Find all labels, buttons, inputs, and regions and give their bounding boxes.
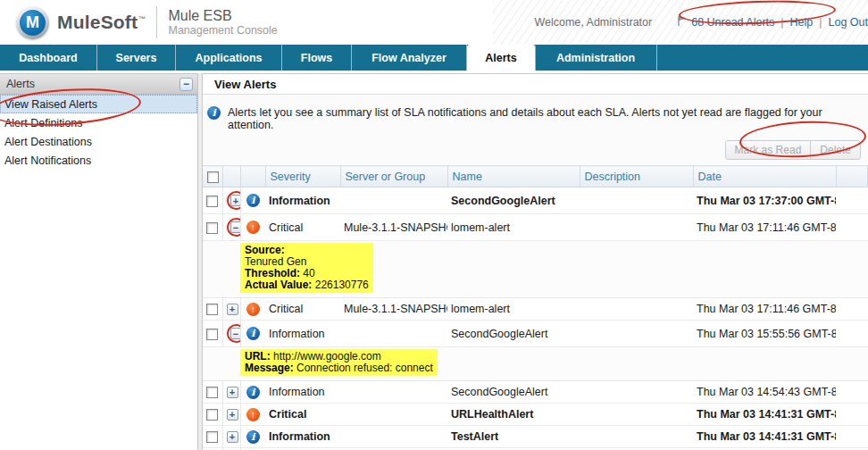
row-checkbox-cell [203, 321, 222, 347]
logout-link[interactable]: Log Out [829, 16, 868, 29]
critical-icon: ↑ [246, 303, 260, 316]
tab-flow-analyzer[interactable]: Flow Analyzer [352, 45, 467, 71]
expand-row-button[interactable]: + [227, 304, 238, 315]
tab-bar: DashboardServersApplicationsFlowsFlow An… [0, 45, 868, 71]
unread-alerts-link[interactable]: 68 Unread Alerts [691, 16, 774, 29]
information-icon: i [246, 386, 260, 399]
severity-icon-cell: i [240, 381, 265, 404]
row-expand-cell: − [222, 321, 240, 347]
collapse-panel-button[interactable]: − [179, 78, 193, 91]
flag-icon [677, 15, 687, 29]
row-checkbox-cell [203, 426, 222, 448]
annotation-circle-expand-button: + [227, 191, 241, 210]
row-checkbox[interactable] [206, 222, 218, 234]
mulesoft-logo-letter: M [20, 10, 46, 36]
date-cell: Thu Mar 03 17:11:46 GMT-800 2 [693, 298, 836, 321]
detail-label: URL: [245, 350, 273, 362]
sidebar-item-view-raised-alerts[interactable]: View Raised Alerts [0, 95, 197, 113]
severity-cell: Information [265, 321, 340, 347]
alert-row: +iInformationTestAlertThu Mar 03 14:41:3… [203, 426, 868, 448]
column-header-date: Date [693, 166, 836, 188]
annotation-circle-expand-button: − [227, 324, 241, 343]
header-select-all-cell [203, 166, 222, 188]
description-cell [580, 426, 693, 448]
severity-icon-cell: ↑ [240, 298, 265, 321]
column-header-name: Name [447, 166, 580, 188]
severity-icon-cell: i [240, 426, 265, 448]
row-checkbox[interactable] [206, 387, 218, 398]
severity-cell: Information [265, 381, 340, 404]
information-icon: i [246, 194, 260, 207]
action-row: Mark as Read Delete [203, 135, 868, 165]
severity-cell: Critical [265, 298, 340, 321]
row-checkbox[interactable] [206, 196, 218, 207]
expand-row-button[interactable]: + [227, 431, 238, 443]
tab-applications[interactable]: Applications [176, 45, 282, 71]
trademark-symbol: ™ [138, 15, 146, 23]
sidebar-item-alert-notifications[interactable]: Alert Notifications [0, 151, 197, 170]
info-text: Alerts let you see a summary list of SLA… [228, 106, 863, 131]
content-row: Alerts − View Raised AlertsAlert Definit… [0, 73, 868, 450]
row-expand-cell: + [222, 188, 240, 214]
alert-row: +↑CriticalMule-3.1.1-SNAPSHOT(lomem-aler… [203, 298, 868, 321]
collapse-row-button[interactable]: − [230, 221, 241, 233]
server-or-group-cell [340, 426, 447, 448]
column-header-severity: Severity [265, 166, 340, 188]
sidebar-header: Alerts − [0, 74, 197, 95]
tab-flows[interactable]: Flows [282, 45, 352, 71]
mark-as-read-button[interactable]: Mark as Read [725, 140, 812, 160]
expand-row-button[interactable]: + [227, 409, 238, 421]
mulesoft-logo-icon: M [16, 6, 49, 39]
trailing-cell [836, 321, 868, 347]
product-name: Mule ESB [168, 8, 277, 24]
tab-alerts[interactable]: Alerts [467, 45, 535, 71]
row-checkbox[interactable] [206, 409, 218, 421]
description-cell [580, 188, 693, 214]
tab-dashboard[interactable]: Dashboard [0, 45, 97, 71]
date-cell: Thu Mar 03 14:41:31 GMT-800 [693, 426, 836, 448]
trailing-cell [836, 426, 868, 448]
severity-cell: Information [265, 426, 340, 448]
detail-label: Message: [245, 362, 296, 374]
sidebar-item-alert-destinations[interactable]: Alert Destinations [0, 132, 197, 151]
severity-cell: Information [265, 188, 340, 214]
tab-administration[interactable]: Administration [535, 45, 657, 71]
expand-row-button[interactable]: + [227, 387, 238, 398]
brand-name: MuleSoft™ [57, 12, 146, 33]
table-header: SeverityServer or GroupNameDescriptionDa… [203, 166, 868, 188]
row-checkbox[interactable] [206, 329, 218, 340]
alert-row: −↑CriticalMule-3.1.1-SNAPSHOT(lomem-aler… [203, 214, 868, 241]
name-cell: SecondGoogleAlert [447, 321, 580, 347]
critical-icon: ↑ [246, 221, 260, 234]
critical-icon: ↑ [246, 408, 260, 421]
brand-name-text: MuleSoft [57, 12, 138, 32]
delete-button[interactable]: Delete [810, 140, 861, 160]
sidebar: Alerts − View Raised AlertsAlert Definit… [0, 73, 198, 450]
collapse-row-button[interactable]: − [230, 328, 241, 339]
product-subtitle: Management Console [168, 24, 277, 37]
header-links: Welcome, Administrator 68 Unread Alerts … [534, 15, 868, 29]
name-cell: SecondGoogleAlert [447, 381, 580, 404]
alert-detail-row: Source:Tenured GenThreshold: 40Actual Va… [203, 241, 868, 298]
help-link[interactable]: Help [790, 16, 814, 29]
detail-line: Actual Value: 226130776 [245, 279, 369, 291]
date-cell: Thu Mar 03 14:54:43 GMT-800 2 [693, 381, 836, 404]
detail-content-cell: URL: http://www.google.comMessage: Conne… [240, 347, 868, 381]
row-checkbox-cell [203, 214, 222, 241]
severity-icon-cell: i [240, 188, 265, 214]
row-checkbox[interactable] [206, 431, 218, 443]
detail-label: Threshold: [245, 267, 303, 279]
main-panel: View Alerts i Alerts let you see a summa… [202, 73, 868, 450]
product-block: Mule ESB Management Console [168, 8, 277, 38]
row-expand-cell: + [222, 298, 240, 321]
server-or-group-cell [340, 321, 447, 347]
date-cell: Thu Mar 03 14:41:31 GMT-800 [693, 404, 836, 426]
row-checkbox[interactable] [206, 304, 218, 315]
tab-servers[interactable]: Servers [97, 45, 176, 71]
welcome-text: Welcome, Administrator [534, 16, 652, 29]
expand-row-button[interactable]: + [230, 195, 241, 206]
description-cell [580, 321, 693, 347]
trailing-cell [836, 404, 868, 426]
sidebar-item-alert-definitions[interactable]: Alert Definitions [0, 113, 197, 132]
select-all-checkbox[interactable] [207, 171, 219, 183]
